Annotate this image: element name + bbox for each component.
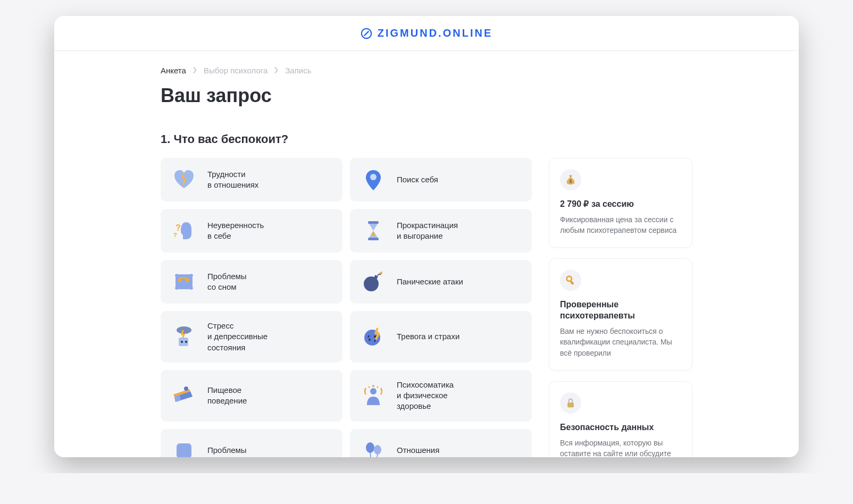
svg-point-13 <box>181 341 183 343</box>
info-card-text: Вся информация, которую вы оставите на с… <box>560 438 681 457</box>
svg-point-17 <box>374 335 376 338</box>
option-label: Тревога и страхи <box>397 331 459 342</box>
planet-bolt-icon <box>362 325 385 348</box>
ok-hand-icon <box>560 270 581 291</box>
options-grid: Трудности в отношениях Поиск себя ?? Неу… <box>161 158 532 457</box>
info-card-text: Фиксированная цена за сессии с любым пси… <box>560 214 681 236</box>
info-card-title: Проверенные психотервапевты <box>560 299 681 322</box>
pillow-icon <box>172 270 196 293</box>
svg-point-16 <box>369 339 371 341</box>
money-bag-icon: $ <box>560 169 581 190</box>
svg-point-19 <box>370 388 377 394</box>
option-procrastination[interactable]: Прокрастинация и выгорание <box>350 209 532 253</box>
svg-point-20 <box>372 385 374 387</box>
option-label: Стресс и депрессивные состояния <box>207 321 267 353</box>
option-stress[interactable]: Стресс и депрессивные состояния <box>161 311 342 363</box>
option-label: Проблемы со сном <box>207 271 247 293</box>
option-self-search[interactable]: Поиск себя <box>350 158 532 201</box>
svg-point-22 <box>377 387 379 388</box>
broken-heart-icon <box>172 168 196 191</box>
option-relationships[interactable]: Трудности в отношениях <box>161 158 342 201</box>
bomb-icon <box>362 270 385 293</box>
svg-text:$: $ <box>570 179 572 184</box>
app-window: ZIGMUND.ONLINE Анкета Выбор психолога За… <box>54 16 799 457</box>
option-label: Прокрастинация и выгорание <box>397 220 458 242</box>
option-label: Проблемы <box>207 445 247 456</box>
brand-name: ZIGMUND.ONLINE <box>378 27 492 39</box>
info-card-text: Вам не нужно беспокоиться о квалификации… <box>560 326 681 358</box>
option-label: Трудности в отношениях <box>207 169 258 191</box>
option-label: Панические атаки <box>397 276 463 287</box>
svg-text:?: ? <box>173 232 177 238</box>
breadcrumb-step-2: Выбор психолога <box>204 66 267 75</box>
breadcrumb: Анкета Выбор психолога Запись <box>161 66 692 75</box>
cake-icon <box>172 384 196 407</box>
option-anxiety[interactable]: Тревога и страхи <box>350 311 532 363</box>
svg-text:?: ? <box>175 223 181 232</box>
question-person-icon: ?? <box>172 219 196 242</box>
topbar: ZIGMUND.ONLINE <box>54 16 799 51</box>
option-relations[interactable]: Отношения <box>350 429 532 458</box>
option-problems[interactable]: Проблемы <box>161 429 342 458</box>
option-self-doubt[interactable]: ?? Неуверенность в себе <box>161 209 342 253</box>
chevron-right-icon <box>193 66 197 75</box>
page-title: Ваш запрос <box>161 85 692 107</box>
svg-rect-5 <box>368 221 379 224</box>
svg-line-1 <box>364 31 368 35</box>
option-label: Психосоматика и физическое здоровье <box>397 380 454 412</box>
option-eating[interactable]: Пищевое поведение <box>161 370 342 422</box>
sidebar: $ 2 790 ₽ за сессию Фиксированная цена з… <box>549 158 692 457</box>
question-title: 1. Что вас беспокоит? <box>161 132 692 146</box>
svg-point-24 <box>366 442 374 453</box>
svg-rect-23 <box>177 443 191 458</box>
svg-point-27 <box>567 276 572 281</box>
option-psychosomatic[interactable]: Психосоматика и физическое здоровье <box>350 370 532 422</box>
option-label: Отношения <box>397 445 439 456</box>
storm-head-icon <box>172 325 196 348</box>
svg-point-25 <box>374 445 381 455</box>
breadcrumb-step-3: Запись <box>285 66 311 75</box>
svg-point-14 <box>185 341 187 343</box>
balloons-icon <box>362 439 385 458</box>
svg-point-7 <box>178 279 181 282</box>
info-card-title: Безопасность данных <box>560 422 681 433</box>
svg-point-21 <box>369 387 370 388</box>
body-aura-icon <box>362 384 385 407</box>
brand-logo-icon <box>361 28 372 39</box>
info-card-security: Безопасность данных Вся информация, кото… <box>549 381 692 457</box>
option-panic[interactable]: Панические атаки <box>350 260 532 304</box>
option-label: Неуверенность в себе <box>207 220 264 242</box>
svg-point-8 <box>186 279 189 282</box>
chevron-right-icon <box>274 66 279 75</box>
info-card-verified: Проверенные психотервапевты Вам не нужно… <box>549 258 692 370</box>
hourglass-icon <box>362 219 385 242</box>
svg-rect-28 <box>567 402 574 407</box>
svg-point-2 <box>370 174 377 180</box>
svg-point-18 <box>184 387 188 391</box>
svg-point-11 <box>177 326 191 334</box>
generic-icon <box>172 439 196 458</box>
option-label: Поиск себя <box>397 174 438 185</box>
breadcrumb-step-1[interactable]: Анкета <box>161 66 186 75</box>
svg-rect-6 <box>368 238 379 240</box>
info-card-price: $ 2 790 ₽ за сессию Фиксированная цена з… <box>549 158 692 248</box>
option-label: Пищевое поведение <box>207 385 247 407</box>
main-layout: Трудности в отношениях Поиск себя ?? Неу… <box>161 158 692 457</box>
content: Анкета Выбор психолога Запись Ваш запрос… <box>54 51 799 457</box>
lock-icon <box>560 392 581 414</box>
pin-icon <box>362 168 385 191</box>
option-sleep[interactable]: Проблемы со сном <box>161 260 342 304</box>
info-card-title: 2 790 ₽ за сессию <box>560 199 681 210</box>
